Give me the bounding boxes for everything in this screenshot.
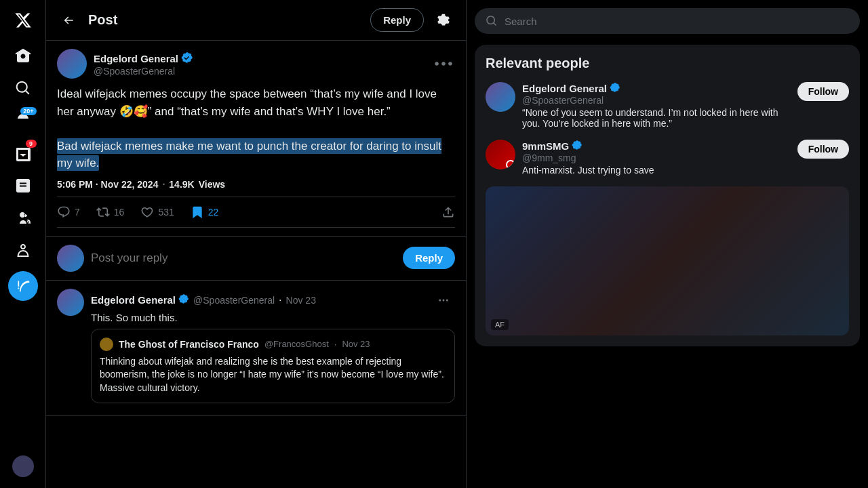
video-thumbnail[interactable]: AF xyxy=(486,186,849,336)
person-avatar-9mmsmg[interactable] xyxy=(486,140,515,169)
post-header: Post Reply xyxy=(46,0,466,41)
search-input[interactable] xyxy=(505,16,849,27)
sidebar-item-explore[interactable] xyxy=(8,73,38,103)
video-overlay: AF xyxy=(491,319,509,330)
search-icon xyxy=(486,15,498,27)
reply-input[interactable] xyxy=(91,251,396,265)
sidebar-item-home[interactable] xyxy=(8,41,38,70)
search-box[interactable] xyxy=(475,8,860,34)
video-gradient-bg: AF xyxy=(486,186,849,336)
person-handle-edgelord: @SpoasterGeneral xyxy=(522,95,791,106)
tweet-more-button[interactable] xyxy=(432,52,455,75)
reply-tweet-text: This. So much this. xyxy=(91,312,455,323)
tweet-author-row: Edgelord General @SpoasterGeneral xyxy=(57,49,455,79)
tweet-actions: 7 16 531 22 xyxy=(57,197,455,228)
relevant-people-title: Relevant people xyxy=(486,56,849,71)
person-bio-9mmsmg: Anti-marxist. Just trying to save xyxy=(522,165,791,176)
comment-action[interactable]: 7 xyxy=(57,205,80,219)
reply-author-handle: @SpoasterGeneral xyxy=(193,295,275,306)
x-logo[interactable] xyxy=(8,5,38,35)
right-panel: Relevant people Edgelord General @Spoast… xyxy=(467,0,868,488)
follow-button-9mmsmg[interactable]: Follow xyxy=(797,140,849,159)
person-handle-9mmsmg: @9mm_smg xyxy=(522,152,791,163)
reply-author-avatar[interactable] xyxy=(57,289,84,316)
sidebar: 20+ 9 xyxy=(0,0,46,488)
quoted-handle: @FrancosGhost xyxy=(264,339,329,349)
person-info-edgelord: Edgelord General @SpoasterGeneral “None … xyxy=(522,82,791,129)
quoted-date2: Nov 23 xyxy=(342,339,370,349)
reply-tweet-meta: Edgelord General @SpoasterGeneral · Nov … xyxy=(91,289,455,312)
tweet-text: Ideal wifejack memes occupy the space be… xyxy=(57,85,455,172)
reply-verified-icon xyxy=(178,293,189,306)
person-info-9mmsmg: 9mmSMG @9mm_smg Anti-marxist. Just tryin… xyxy=(522,140,791,176)
tweet-highlighted-text: Bad wifejack memes make me want to punch… xyxy=(57,138,441,171)
reply-compose-avatar xyxy=(57,245,84,272)
reply-more-button[interactable] xyxy=(432,289,455,312)
reply-compose: Reply xyxy=(46,237,466,281)
settings-button[interactable] xyxy=(432,9,455,32)
tweet-author-name: Edgelord General xyxy=(94,52,193,66)
reply-tweet: Edgelord General @SpoasterGeneral · Nov … xyxy=(46,281,466,417)
person-name-9mmsmg: 9mmSMG xyxy=(522,140,791,152)
person-verified-icon-edgelord xyxy=(610,82,620,95)
share-action[interactable] xyxy=(441,205,455,219)
compose-button[interactable] xyxy=(8,271,38,301)
sidebar-item-profile[interactable] xyxy=(8,236,38,266)
tweet-meta: 5:06 PM · Nov 22, 2024 · 14.9K Views xyxy=(57,179,455,190)
person-row-edgelord: Edgelord General @SpoasterGeneral “None … xyxy=(486,82,849,129)
tweet-author-avatar[interactable] xyxy=(57,49,87,79)
quoted-tweet[interactable]: The Ghost of Francisco Franco @FrancosGh… xyxy=(91,329,455,404)
tweet-author-info: Edgelord General @SpoasterGeneral xyxy=(94,52,193,77)
tweet-author-handle: @SpoasterGeneral xyxy=(94,66,193,77)
quoted-date: · xyxy=(334,339,337,349)
main-content: Post Reply Edgelord General @Spoas xyxy=(46,0,467,488)
verified-icon xyxy=(181,52,193,66)
quoted-avatar xyxy=(100,338,113,351)
reply-tweet-header: Edgelord General @SpoasterGeneral · Nov … xyxy=(57,289,455,404)
person-verified-icon-9mmsmg xyxy=(572,140,583,152)
person-row-9mmsmg: 9mmSMG @9mm_smg Anti-marxist. Just tryin… xyxy=(486,140,849,176)
user-avatar[interactable] xyxy=(12,455,34,477)
bookmark-action[interactable]: 22 xyxy=(191,205,219,219)
sidebar-item-messages[interactable]: 9 xyxy=(8,138,38,168)
messages-badge: 9 xyxy=(26,140,37,148)
reply-author-name: Edgelord General xyxy=(91,293,189,306)
person-avatar-edgelord[interactable] xyxy=(486,82,515,112)
like-action[interactable]: 531 xyxy=(140,205,174,219)
page-title: Post xyxy=(88,12,362,28)
quoted-text: Thinking about wifejak and realizing she… xyxy=(100,355,446,395)
notifications-badge: 20+ xyxy=(20,107,36,115)
tweet-author-left: Edgelord General @SpoasterGeneral xyxy=(57,49,193,79)
sidebar-item-notifications[interactable]: 20+ xyxy=(8,106,38,136)
quoted-author-name: The Ghost of Francisco Franco xyxy=(119,339,259,350)
person-bio-edgelord: “None of you seem to understand. I’m not… xyxy=(522,107,791,129)
sidebar-item-drafts[interactable] xyxy=(8,171,38,201)
reply-post-button[interactable]: Reply xyxy=(403,247,455,269)
relevant-people-section: Relevant people Edgelord General @Spoast… xyxy=(475,45,860,346)
follow-button-edgelord[interactable]: Follow xyxy=(797,82,849,101)
sidebar-item-communities[interactable] xyxy=(8,203,38,233)
quoted-author-row: The Ghost of Francisco Franco @FrancosGh… xyxy=(100,338,446,351)
retweet-action[interactable]: 16 xyxy=(96,205,125,219)
reply-date: Nov 23 xyxy=(286,295,316,306)
person-name-edgelord: Edgelord General xyxy=(522,82,791,95)
back-button[interactable] xyxy=(57,9,80,32)
main-tweet: Edgelord General @SpoasterGeneral Ideal … xyxy=(46,41,466,237)
header-reply-button[interactable]: Reply xyxy=(370,8,424,32)
